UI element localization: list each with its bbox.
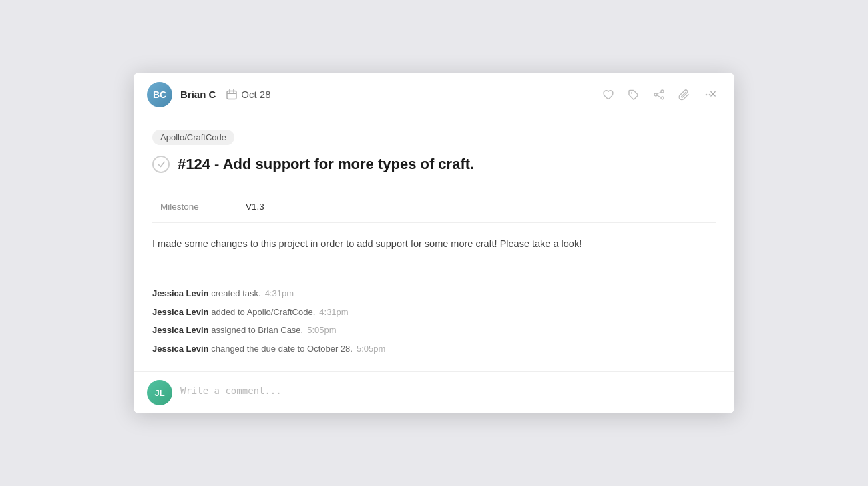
task-description: I made some changes to this project in o… (152, 236, 716, 268)
share-button[interactable] (648, 83, 670, 106)
activity-time: 5:05pm (307, 325, 336, 335)
task-title: #124 - Add support for more types of cra… (178, 156, 474, 173)
activity-action: changed the due date to October 28. (211, 344, 353, 354)
activity-action: created task. (211, 288, 260, 298)
svg-point-5 (661, 90, 664, 93)
activity-entry: Jessica Levin changed the due date to Oc… (152, 342, 716, 356)
avatar: BC (147, 82, 172, 107)
header-actions (597, 83, 721, 106)
breadcrumb: Apollo/CraftCode (152, 130, 234, 145)
modal-footer: JL (134, 371, 734, 413)
milestone-row: Milestone V1.3 (152, 196, 716, 223)
svg-line-9 (657, 95, 661, 97)
activity-actor: Jessica Levin (152, 325, 209, 335)
svg-point-6 (654, 93, 657, 96)
commenter-avatar: JL (147, 380, 172, 405)
header-date: Oct 28 (241, 89, 270, 100)
activity-action: assigned to Brian Case. (211, 325, 303, 335)
svg-rect-0 (227, 91, 236, 99)
milestone-label: Milestone (152, 202, 246, 212)
calendar-icon (226, 89, 237, 100)
commenter-initials: JL (154, 388, 164, 398)
activity-entry: Jessica Levin created task.4:31pm (152, 287, 716, 300)
close-icon: × (710, 87, 717, 101)
activity-action: added to Apollo/CraftCode. (211, 307, 315, 317)
tag-button[interactable] (622, 83, 645, 106)
activity-actor: Jessica Levin (152, 288, 209, 298)
task-modal: BC Brian C Oct 28 (134, 73, 734, 413)
attach-button[interactable] (673, 83, 696, 106)
comment-input[interactable] (180, 380, 721, 405)
modal-header: BC Brian C Oct 28 (134, 73, 734, 117)
task-title-row: #124 - Add support for more types of cra… (152, 156, 716, 184)
svg-point-7 (661, 97, 664, 99)
svg-line-8 (657, 92, 661, 94)
header-user-name: Brian C (180, 89, 216, 100)
activity-actor: Jessica Levin (152, 344, 209, 354)
avatar-initials: BC (153, 89, 166, 100)
activity-entry: Jessica Levin added to Apollo/CraftCode.… (152, 306, 716, 319)
header-date-area: Oct 28 (226, 89, 270, 100)
close-button[interactable]: × (704, 85, 722, 104)
modal-body: Apollo/CraftCode #124 - Add support for … (134, 117, 734, 371)
activity-actor: Jessica Levin (152, 307, 209, 317)
activity-time: 4:31pm (265, 288, 294, 298)
activity-log: Jessica Levin created task.4:31pmJessica… (152, 287, 716, 355)
activity-entry: Jessica Levin assigned to Brian Case.5:0… (152, 324, 716, 337)
svg-point-4 (631, 92, 632, 93)
activity-time: 5:05pm (357, 344, 385, 354)
activity-time: 4:31pm (319, 307, 348, 317)
milestone-value: V1.3 (246, 202, 264, 212)
complete-checkbox[interactable] (152, 156, 170, 173)
like-button[interactable] (597, 83, 620, 106)
